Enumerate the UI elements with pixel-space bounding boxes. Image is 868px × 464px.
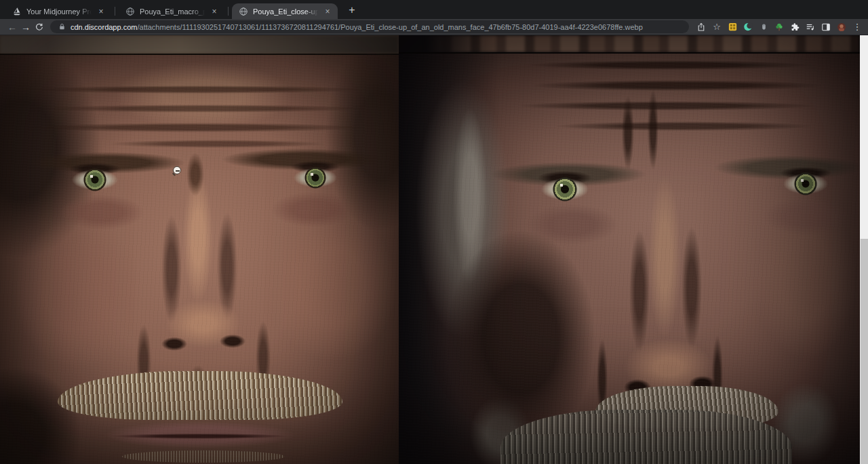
profile-avatar[interactable] bbox=[836, 22, 847, 33]
right-portrait-photo[interactable] bbox=[399, 35, 860, 464]
tree-extension-icon[interactable] bbox=[774, 22, 785, 33]
vertical-scrollbar[interactable] bbox=[860, 35, 868, 464]
address-bar[interactable]: cdn.discordapp.com/attachments/111193025… bbox=[50, 20, 689, 33]
menu-dots-icon[interactable]: ⋮ bbox=[852, 22, 863, 33]
tab-separator bbox=[115, 7, 115, 16]
left-portrait-photo[interactable] bbox=[0, 35, 399, 464]
dark-reader-moon-icon[interactable] bbox=[743, 22, 753, 33]
playlist-extension-icon[interactable] bbox=[805, 22, 816, 33]
tab-close-up-image-active[interactable]: Pouya_Eti_close-up_of_an_ol × bbox=[232, 3, 338, 19]
back-button[interactable]: ← bbox=[5, 22, 19, 33]
tab-title: Pouya_Eti_macro_photo_of_a bbox=[140, 7, 207, 16]
midjourney-sailboat-icon bbox=[12, 7, 22, 16]
bookmark-star-icon[interactable]: ☆ bbox=[711, 22, 722, 33]
new-tab-button[interactable]: + bbox=[346, 4, 358, 16]
tab-strip: Your Midjourney Profile × Pouya_Eti_macr… bbox=[0, 0, 868, 19]
extensions-puzzle-icon[interactable] bbox=[789, 22, 800, 33]
browser-window: Your Midjourney Profile × Pouya_Eti_macr… bbox=[0, 0, 868, 464]
magnifier-minus bbox=[176, 170, 180, 172]
zoom-out-cursor-icon bbox=[173, 166, 183, 176]
vignette-overlay bbox=[0, 35, 399, 464]
side-panel-icon[interactable] bbox=[821, 22, 831, 33]
tab-title: Your Midjourney Profile bbox=[26, 7, 94, 16]
url-path: /attachments/1111930251740713061/1113736… bbox=[137, 23, 642, 31]
globe-icon bbox=[239, 7, 248, 16]
tab-title: Pouya_Eti_close-up_of_an_ol bbox=[253, 7, 320, 16]
tab-close-icon[interactable]: × bbox=[96, 7, 106, 16]
page-content-image-viewer bbox=[0, 35, 868, 464]
browser-toolbar: ← → cdn.discordapp.com/attachments/11119… bbox=[0, 19, 868, 35]
tab-separator bbox=[228, 7, 229, 16]
share-icon[interactable] bbox=[696, 22, 707, 33]
globe-icon bbox=[125, 7, 135, 16]
tab-midjourney-profile[interactable]: Your Midjourney Profile × bbox=[5, 3, 111, 19]
mouse-extension-icon[interactable] bbox=[758, 22, 769, 33]
lock-icon bbox=[58, 23, 66, 31]
page-url: cdn.discordapp.com/attachments/111193025… bbox=[71, 23, 643, 31]
toolbar-right-icons: ☆ ⋮ bbox=[696, 22, 863, 33]
tab-macro-photo[interactable]: Pouya_Eti_macro_photo_of_a × bbox=[119, 3, 224, 19]
url-domain: cdn.discordapp.com bbox=[71, 23, 137, 31]
tab-close-icon[interactable]: × bbox=[210, 7, 219, 16]
grid-extension-icon[interactable] bbox=[727, 22, 738, 33]
tab-close-icon[interactable]: × bbox=[323, 7, 332, 16]
vignette-overlay bbox=[399, 35, 860, 464]
reload-button[interactable] bbox=[33, 22, 46, 32]
forward-button[interactable]: → bbox=[19, 22, 33, 33]
scrollbar-thumb[interactable] bbox=[860, 239, 868, 464]
